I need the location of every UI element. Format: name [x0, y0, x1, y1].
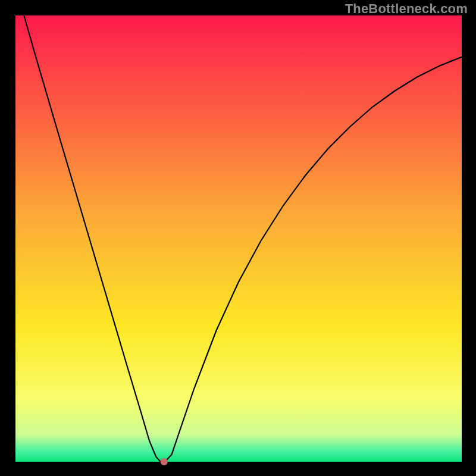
bottleneck-chart: [0, 0, 476, 476]
watermark-link[interactable]: TheBottleneck.com: [345, 1, 468, 17]
chart-container: { "watermark": { "text": "TheBottleneck.…: [0, 0, 476, 476]
plot-background: [15, 15, 462, 462]
optimal-point-marker: [161, 458, 168, 465]
